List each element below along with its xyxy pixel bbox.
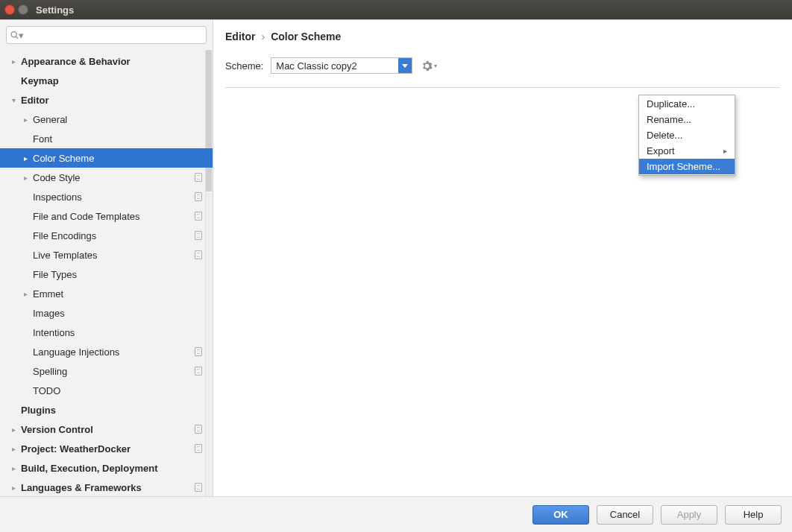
tree-item[interactable]: ▸Plugins [0,400,213,419]
tree-item-label: Version Control [21,424,192,435]
tree-item[interactable]: ▸Keymap [0,71,213,90]
tree-item-label: Live Templates [33,250,192,261]
project-scope-icon [195,444,202,453]
tree-item[interactable]: ▸Project: WeatherDocker [0,439,213,458]
chevron-right-icon: ▸ [9,445,18,453]
tree-item-label: Keymap [21,75,202,86]
window-titlebar: Settings [0,0,792,19]
project-scope-icon [195,347,202,356]
menu-item[interactable]: Delete... [639,127,735,143]
tree-item[interactable]: ▸Intentions [0,323,213,342]
tree-item-label: TODO [33,385,202,396]
chevron-down-icon: ▾ [434,63,437,69]
scheme-actions-menu: Duplicate...Rename...Delete...Export▸Imp… [638,95,735,176]
tree-item[interactable]: ▸Images [0,303,213,323]
tree-item-label: Inspections [33,191,192,203]
project-scope-icon [195,250,202,259]
dialog-button-bar: OK Cancel Apply Help [0,496,792,532]
chevron-right-icon: ▸ [9,425,18,434]
chevron-right-icon: ▸ [9,484,18,492]
project-scope-icon [195,231,202,240]
scheme-actions-button[interactable]: ▾ [420,59,439,73]
tree-item[interactable]: ▸Language Injections [0,342,213,361]
tree-item[interactable]: ▸Color Scheme [0,148,213,168]
chevron-right-icon: ▸ [21,290,30,298]
tree-item-label: Languages & Frameworks [21,482,192,493]
window-title: Settings [36,4,74,16]
scheme-combobox-arrow[interactable] [398,58,412,73]
tree-item-label: Project: WeatherDocker [21,443,192,455]
tree-item[interactable]: ▸Build, Execution, Deployment [0,458,213,478]
svg-marker-2 [402,64,408,68]
tree-item-label: Emmet [33,288,202,300]
tree-item[interactable]: ▸Languages & Frameworks [0,478,213,496]
scheme-combobox[interactable]: Mac Classic copy2 [271,57,412,74]
tree-item-label: Appearance & Behavior [21,56,202,67]
help-button[interactable]: Help [725,505,782,525]
tree-item-label: File Types [33,269,202,280]
tree-item[interactable]: ▸Version Control [0,419,213,439]
breadcrumb-sep-icon: › [261,31,265,42]
content-divider [225,87,780,88]
tree-item-label: Build, Execution, Deployment [21,463,202,474]
cancel-button[interactable]: Cancel [597,505,653,525]
tree-item[interactable]: ▸Inspections [0,187,213,206]
project-scope-icon [195,173,202,182]
settings-main: Editor › Color Scheme Scheme: Mac Classi… [213,20,792,496]
menu-item[interactable]: Duplicate... [639,96,735,112]
tree-item[interactable]: ▸Code Style [0,168,213,187]
tree-item-label: File Encodings [33,230,192,241]
tree-item[interactable]: ▸Appearance & Behavior [0,51,213,71]
tree-item-label: Code Style [33,172,192,183]
breadcrumb-parent[interactable]: Editor [225,31,255,42]
apply-button[interactable]: Apply [661,505,717,525]
svg-point-0 [11,32,16,37]
search-field-wrap[interactable]: ▾ [6,26,207,44]
tree-item[interactable]: ▸File Types [0,265,213,284]
menu-item-label: Import Scheme... [647,161,720,172]
breadcrumb: Editor › Color Scheme [225,20,780,47]
chevron-right-icon: ▸ [723,147,727,155]
tree-item[interactable]: ▾Editor [0,90,213,110]
tree-item[interactable]: ▸Font [0,129,213,148]
scheme-selected-value: Mac Classic copy2 [271,60,398,72]
settings-tree: ▸Appearance & Behavior▸Keymap▾Editor▸Gen… [0,50,213,496]
tree-item-label: File and Code Templates [33,211,192,222]
tree-item[interactable]: ▸Live Templates [0,245,213,265]
project-scope-icon [195,425,202,434]
menu-item-label: Duplicate... [647,98,695,110]
tree-item[interactable]: ▸Emmet [0,284,213,303]
tree-item-label: Intentions [33,327,202,338]
breadcrumb-current: Color Scheme [271,31,341,42]
project-scope-icon [195,367,202,376]
menu-item[interactable]: Import Scheme... [639,159,735,174]
chevron-right-icon: ▸ [21,154,30,162]
chevron-right-icon: ▸ [21,115,30,124]
menu-item[interactable]: Rename... [639,112,735,127]
window-close-button[interactable] [4,4,15,15]
tree-item[interactable]: ▸File and Code Templates [0,206,213,226]
tree-item[interactable]: ▸TODO [0,381,213,400]
svg-line-1 [16,37,18,39]
tree-item-label: Language Injections [33,346,192,358]
chevron-right-icon: ▸ [21,174,30,182]
menu-item-label: Export [647,145,675,156]
scheme-label: Scheme: [225,60,263,72]
tree-item-label: General [33,114,202,125]
menu-item[interactable]: Export▸ [639,143,735,159]
menu-item-label: Delete... [647,130,682,141]
chevron-down-icon: ▾ [9,96,18,104]
tree-item-label: Plugins [21,405,202,416]
tree-item-label: Editor [21,95,202,106]
ok-button[interactable]: OK [532,505,589,525]
tree-item[interactable]: ▸File Encodings [0,226,213,245]
settings-sidebar: ▾ ▸Appearance & Behavior▸Keymap▾Editor▸G… [0,20,213,496]
window-minimize-button[interactable] [18,4,28,15]
tree-item-label: Color Scheme [33,153,202,164]
search-input[interactable] [26,30,203,41]
tree-item[interactable]: ▸Spelling [0,361,213,381]
search-history-icon[interactable]: ▾ [19,30,24,41]
tree-item[interactable]: ▸General [0,110,213,129]
chevron-right-icon: ▸ [9,57,18,66]
gear-icon [421,60,433,72]
